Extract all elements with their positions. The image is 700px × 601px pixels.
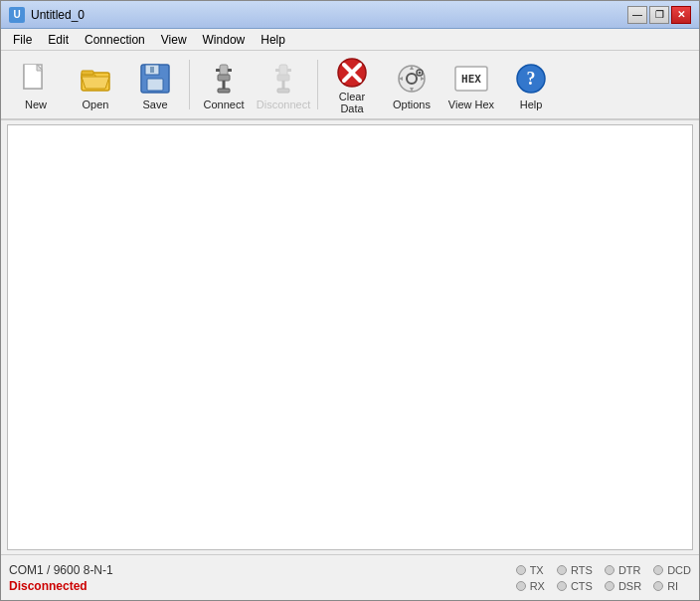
view-hex-icon: HEX <box>453 61 489 97</box>
svg-rect-3 <box>82 71 93 75</box>
cts-led <box>557 581 567 591</box>
status-indicators: TX RX RTS CTS <box>516 564 691 592</box>
cts-label: CTS <box>571 580 593 592</box>
options-icon <box>394 61 430 97</box>
main-window: U Untitled_0 — ❐ ✕ File Edit Connection … <box>0 0 700 601</box>
dcd-led <box>653 565 663 575</box>
rts-indicator-row: RTS <box>557 564 593 576</box>
status-bar: COM1 / 9600 8-N-1 Disconnected TX RX RTS <box>1 554 699 600</box>
menu-bar: File Edit Connection View Window Help <box>1 29 699 51</box>
menu-file[interactable]: File <box>5 31 40 49</box>
dsr-label: DSR <box>618 580 641 592</box>
svg-rect-18 <box>275 69 279 72</box>
separator-2 <box>317 60 318 109</box>
connect-button[interactable]: Connect <box>195 55 253 114</box>
svg-rect-17 <box>277 89 289 93</box>
disconnect-icon <box>265 61 301 97</box>
app-icon: U <box>9 7 25 23</box>
svg-rect-15 <box>277 75 289 81</box>
menu-connection[interactable]: Connection <box>77 31 153 49</box>
tx-led <box>516 565 526 575</box>
clear-data-label: Clear Data <box>326 91 378 114</box>
help-icon: ? <box>513 61 549 97</box>
open-button[interactable]: Open <box>67 55 124 114</box>
tx-rx-indicators: TX RX <box>516 564 545 592</box>
svg-text:?: ? <box>527 69 536 89</box>
dtr-label: DTR <box>618 564 641 576</box>
rts-label: RTS <box>571 564 593 576</box>
close-button[interactable]: ✕ <box>671 6 691 24</box>
title-bar: U Untitled_0 — ❐ ✕ <box>1 1 699 29</box>
ri-indicator-row: RI <box>653 580 691 592</box>
rx-led <box>516 581 526 591</box>
dtr-dsr-indicators: DTR DSR <box>605 564 641 592</box>
new-button[interactable]: New <box>7 55 65 114</box>
disconnect-button[interactable]: Disconnect <box>255 55 312 114</box>
svg-rect-7 <box>150 67 154 73</box>
rx-label: RX <box>530 580 545 592</box>
new-label: New <box>25 99 47 110</box>
main-content-area[interactable] <box>7 124 693 550</box>
toolbar: New Open <box>1 51 699 120</box>
dcd-label: DCD <box>667 564 691 576</box>
svg-rect-6 <box>147 79 163 91</box>
open-icon <box>78 61 113 97</box>
svg-rect-11 <box>218 89 230 93</box>
title-controls: — ❐ ✕ <box>627 6 691 24</box>
svg-text:HEX: HEX <box>461 73 481 86</box>
svg-rect-19 <box>287 69 291 72</box>
rts-cts-indicators: RTS CTS <box>557 564 593 592</box>
svg-rect-9 <box>218 75 230 81</box>
svg-rect-12 <box>216 69 220 72</box>
open-label: Open <box>83 99 109 110</box>
cts-indicator-row: CTS <box>557 580 593 592</box>
save-icon <box>137 61 173 97</box>
clear-data-button[interactable]: Clear Data <box>323 55 381 114</box>
dsr-indicator-row: DSR <box>605 580 641 592</box>
ri-led <box>653 581 663 591</box>
rts-led <box>557 565 567 575</box>
options-button[interactable]: Options <box>383 55 440 114</box>
connect-icon <box>206 61 242 97</box>
dcd-indicator-row: DCD <box>653 564 691 576</box>
menu-edit[interactable]: Edit <box>40 31 77 49</box>
title-bar-left: U Untitled_0 <box>9 7 85 23</box>
clear-data-icon <box>334 57 370 89</box>
menu-view[interactable]: View <box>153 31 195 49</box>
new-icon <box>18 61 54 97</box>
tx-label: TX <box>530 564 544 576</box>
tx-indicator-row: TX <box>516 564 545 576</box>
status-left: COM1 / 9600 8-N-1 Disconnected <box>9 563 113 593</box>
separator-1 <box>189 60 190 109</box>
disconnect-label: Disconnect <box>257 99 310 110</box>
dcd-ri-indicators: DCD RI <box>653 564 691 592</box>
menu-help[interactable]: Help <box>253 31 293 49</box>
view-hex-label: View Hex <box>448 99 494 110</box>
save-button[interactable]: Save <box>126 55 184 114</box>
menu-window[interactable]: Window <box>195 31 254 49</box>
svg-point-26 <box>419 72 422 75</box>
connect-label: Connect <box>204 99 245 110</box>
dtr-indicator-row: DTR <box>605 564 641 576</box>
window-title: Untitled_0 <box>31 8 85 22</box>
help-button[interactable]: ? Help <box>502 55 560 114</box>
view-hex-button[interactable]: HEX View Hex <box>442 55 500 114</box>
com-port-label: COM1 / 9600 8-N-1 <box>9 563 113 577</box>
help-label: Help <box>520 99 543 110</box>
save-label: Save <box>142 99 167 110</box>
restore-button[interactable]: ❐ <box>649 6 669 24</box>
ri-label: RI <box>667 580 678 592</box>
minimize-button[interactable]: — <box>627 6 647 24</box>
dsr-led <box>605 581 614 591</box>
svg-rect-13 <box>228 69 232 72</box>
rx-indicator-row: RX <box>516 580 545 592</box>
connection-status: Disconnected <box>9 579 113 593</box>
dtr-led <box>605 565 614 575</box>
options-label: Options <box>393 99 431 110</box>
